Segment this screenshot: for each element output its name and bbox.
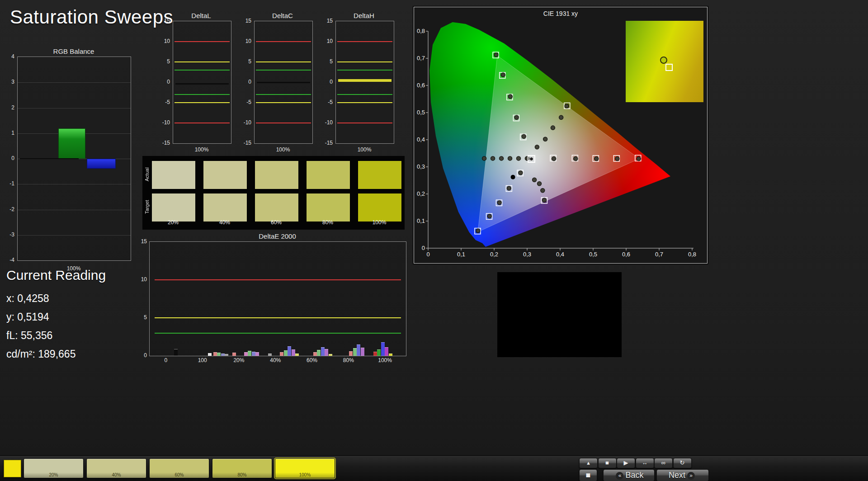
rgb-gridline [18,235,131,236]
cie-y-tick-label: 0,3 [417,163,425,170]
delta-limit-line [256,123,311,123]
cie-measured-circle [574,157,578,161]
resize-icon: ↔ [642,459,648,466]
deltae-xtick-label: 0 [165,357,168,363]
deltal-data-line [175,83,229,85]
delta-ytick-label: -15 [325,140,333,146]
next-label: Next [669,471,685,480]
cie-measured-circle [541,189,545,193]
deltae-limit-line [155,317,401,318]
swatch-column-label: 40% [203,219,246,226]
stop-button[interactable]: ■ [598,458,617,468]
cie-measured-circle [522,134,526,138]
rgb-balance-y-axis: 43210-1-2-3-4 [4,57,16,260]
cie-measured-circle [482,156,486,160]
saturation-button-100%[interactable]: 100% [275,458,335,478]
cie-y-tick-label: 0,6 [417,82,425,89]
deltae-bar [349,351,353,356]
cie-x-tick-label: 0 [426,251,429,258]
saturation-button-60%[interactable]: 60% [149,458,209,478]
cie-measured-circle [637,157,641,161]
swatch-column-label: 20% [151,219,195,226]
cie-measured-circle [491,156,495,160]
actual-swatch-60% [255,160,299,189]
rgb-gridline [18,82,131,83]
deltae-xtick-label: 100% [378,357,392,363]
current-pattern-swatch[interactable] [4,460,21,477]
window-icon: ■ [586,471,591,480]
swatch-row-label-target: Target [144,193,151,221]
deltae2000-title: DeltaE 2000 [149,232,406,240]
refresh-button[interactable]: ↻ [673,458,692,468]
cie-measured-circle [494,53,498,57]
delta-limit-line [337,123,393,123]
rgb-ytick-label: 3 [11,79,14,85]
cie-1931-title: CIE 1931 xy [414,10,707,17]
cie-measured-circle [500,156,504,160]
current-reading-title: Current Reading [6,268,106,283]
play-button[interactable]: ▶ [617,458,635,468]
rgb-ytick-label: -3 [9,231,14,238]
delta-ytick-label: 10 [164,38,170,44]
deltal-chart: DeltaL151050-5-10-15100% [157,12,233,154]
next-chevron-icon: » [687,472,695,480]
swatch-row-label-actual: Actual [144,160,151,189]
delta-limit-line [175,102,230,103]
deltae-limit-line [155,279,401,280]
cie-y-tick-label: 0,7 [417,55,425,61]
cie-y-tick-label: 0,4 [417,136,425,143]
delta-ytick-label: 0 [330,79,333,85]
deltal-plot [173,21,231,144]
deltae-xtick-label: 60% [307,357,317,363]
deltah-plot [335,21,394,144]
deltah-y-axis: 151050-5-10-15 [321,21,334,143]
cie-measured-circle [514,115,519,119]
cie-1931-panel: 00,10,20,30,40,50,60,70,800,10,20,30,40,… [414,7,708,264]
deltah-title: DeltaH [335,12,393,19]
calibration-app-window: Saturation Sweeps RGB Balance 43210-1-2-… [0,0,868,481]
cie-measured-circle [551,126,555,130]
saturation-button-label: 40% [87,472,146,477]
resize-button[interactable]: ↔ [636,458,654,468]
cie-measured-circle [501,73,505,77]
window-button[interactable]: ■ [579,469,597,481]
deltac-chart: DeltaC151050-5-10-15100% [239,12,315,154]
delta-limit-line [256,94,311,95]
eject-button[interactable]: ▴ [579,458,598,468]
stop-icon: ■ [605,459,609,466]
delta-limit-line [256,61,311,62]
delta-ytick-label: 0 [167,79,170,85]
deltae2000-chart: DeltaE 2000 151050 010020%40%60%80%100% [133,232,409,366]
deltah-chart: DeltaH151050-5-10-15100% [320,12,396,154]
pattern-preview-window [497,272,622,357]
back-button[interactable]: «Back [603,469,655,481]
cie-measured-circle [538,182,542,186]
delta-limit-line [175,41,230,42]
loop-button[interactable]: ∞ [654,458,673,468]
cie-dark-dot [511,175,515,179]
deltae-bar [268,354,272,356]
saturation-button-80%[interactable]: 80% [212,458,272,478]
saturation-button-20%[interactable]: 20% [24,458,84,478]
deltae-xtick-label: 40% [270,357,281,363]
saturation-button-40%[interactable]: 40% [86,458,146,478]
deltae-bar [361,348,364,356]
cie-measured-circle [533,178,537,182]
rgb-gridline [18,210,131,210]
target-swatch-20% [151,193,196,222]
next-button[interactable]: Next» [656,469,709,481]
delta-ytick-label: -15 [244,140,251,146]
cie-measured-circle [476,229,480,233]
deltae-bar [255,352,259,356]
cie-y-tick-label: 0,1 [417,217,425,224]
cie-zoom-inset [626,21,703,102]
deltae-ytick-label: 0 [144,352,147,358]
rgb-gridline [18,184,131,184]
page-title: Saturation Sweeps [10,6,173,28]
deltae-bar [329,354,332,356]
cie-x-tick-label: 0,4 [556,251,564,258]
target-swatch-40% [203,193,247,222]
current-reading-block: Current Reading x: 0,4258 y: 0,5194 fL: … [6,268,106,363]
deltac-y-axis: 151050-5-10-15 [240,21,253,143]
red-balance-line [20,158,79,159]
